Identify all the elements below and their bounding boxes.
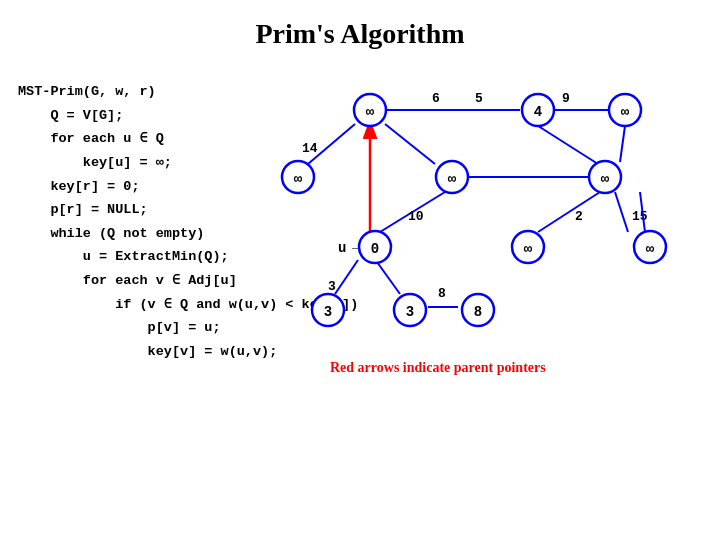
svg-line-3 [535,124,598,164]
svg-text:2: 2 [575,209,583,224]
svg-text:0: 0 [371,241,379,257]
svg-text:6: 6 [432,91,440,106]
svg-text:∞: ∞ [646,241,655,257]
svg-line-48 [620,126,625,162]
svg-line-9 [377,262,400,294]
svg-text:9: 9 [562,91,570,106]
svg-text:∞: ∞ [621,104,630,120]
svg-text:∞: ∞ [366,104,375,120]
svg-line-6 [538,192,600,232]
svg-text:∞: ∞ [601,171,610,187]
svg-text:14: 14 [302,141,318,156]
svg-text:8: 8 [474,304,482,320]
svg-line-2 [385,124,435,164]
svg-text:∞: ∞ [448,171,457,187]
page: Prim's Algorithm MST-Prim(G, w, r) Q = V… [0,0,720,540]
svg-text:∞: ∞ [524,241,533,257]
svg-text:5: 5 [475,91,483,106]
red-arrows-note: Red arrows indicate parent pointers [330,360,546,376]
svg-line-7 [615,192,628,232]
svg-text:∞: ∞ [294,171,303,187]
page-title: Prim's Algorithm [0,0,720,60]
svg-text:8: 8 [438,286,446,301]
svg-text:u: u [338,240,346,256]
svg-text:15: 15 [632,209,648,224]
svg-text:3: 3 [328,279,336,294]
svg-text:3: 3 [324,304,332,320]
svg-line-8 [335,260,358,294]
svg-text:4: 4 [534,104,542,120]
graph-area: u → 6 5 9 14 10 2 15 3 8 ∞ [280,72,710,352]
graph-svg: u → 6 5 9 14 10 2 15 3 8 ∞ [280,72,710,352]
svg-text:3: 3 [406,304,414,320]
svg-text:10: 10 [408,209,424,224]
